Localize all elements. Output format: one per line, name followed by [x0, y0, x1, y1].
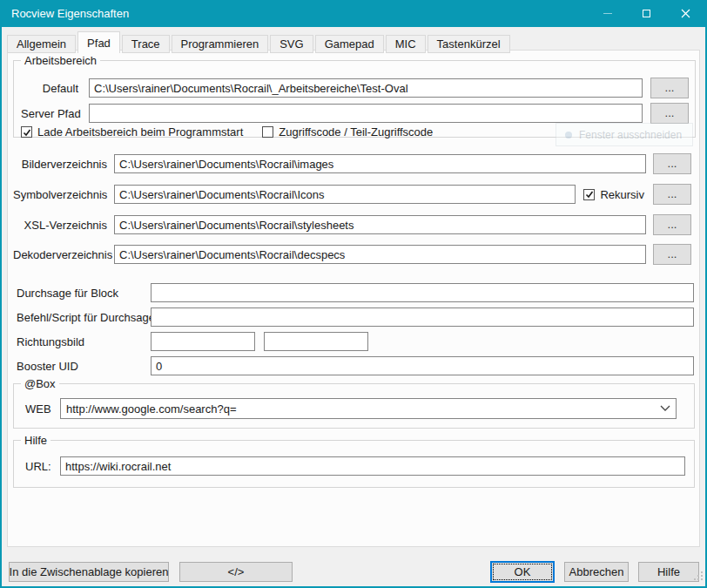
default-workspace-field[interactable]	[89, 78, 643, 98]
tab-svg[interactable]: SVG	[270, 35, 313, 53]
decoder-dir-label: Dekoderverzeichnis	[13, 248, 107, 261]
tab-label: Gamepad	[325, 37, 374, 51]
tab-label: Pfad	[87, 37, 111, 50]
load-workspace-label: Lade Arbeitsbereich beim Programmstart	[37, 125, 243, 139]
images-dir-field[interactable]	[114, 154, 646, 173]
tab-programmieren[interactable]: Programmieren	[172, 35, 269, 53]
tab-label: Trace	[131, 37, 160, 51]
browse-images-button[interactable]: ...	[653, 153, 691, 174]
tab-tastenkuerzel[interactable]: Tastenkürzel	[428, 35, 510, 53]
copy-to-clipboard-button[interactable]: In die Zwischenablage kopieren	[9, 562, 169, 582]
web-label: WEB	[25, 402, 51, 416]
tab-label: Allgemein	[17, 37, 66, 51]
rocview-properties-dialog: Rocview Eigenschaften Allgemein Pfad Tra…	[0, 0, 707, 588]
tab-label: SVG	[279, 37, 303, 51]
block-announce-label: Durchsage für Block	[17, 287, 144, 300]
symbols-dir-label: Symbolverzeichnis	[13, 188, 107, 201]
help-url-label: URL:	[25, 460, 51, 473]
tab-bar: Allgemein Pfad Trace Programmieren SVG G…	[7, 31, 700, 53]
close-icon	[681, 9, 690, 18]
help-url-field[interactable]	[60, 456, 685, 476]
atbox-group-title: @Box	[21, 377, 59, 390]
tab-allgemein[interactable]: Allgemein	[7, 35, 76, 53]
announce-script-label: Befehl/Script für Durchsage	[17, 311, 144, 324]
direction-image-field-2[interactable]	[264, 332, 368, 351]
help-button[interactable]: Hilfe	[638, 562, 699, 582]
resize-grip[interactable]	[694, 568, 703, 584]
server-path-field[interactable]	[89, 104, 643, 123]
browse-decoder-button[interactable]: ...	[653, 244, 691, 265]
code-button[interactable]: </>	[179, 562, 293, 582]
titlebar[interactable]: Rocview Eigenschaften	[2, 0, 705, 27]
minimize-button[interactable]	[588, 0, 627, 27]
xsl-dir-label: XSL-Verzeichnis	[13, 219, 107, 232]
xsl-dir-field[interactable]	[114, 215, 646, 234]
tab-label: Tastenkürzel	[437, 37, 501, 51]
direction-image-label: Richtungsbild	[17, 335, 144, 348]
booster-uid-field[interactable]	[151, 356, 694, 375]
block-announce-field[interactable]	[151, 283, 694, 302]
direction-image-field-1[interactable]	[151, 332, 255, 351]
browse-symbols-button[interactable]: ...	[653, 184, 691, 205]
images-dir-label: Bilderverzeichnis	[13, 158, 107, 171]
server-path-label: Server Pfad	[21, 107, 78, 120]
browse-xsl-button[interactable]: ...	[653, 214, 691, 235]
cancel-button[interactable]: Abbrechen	[564, 562, 629, 582]
load-workspace-checkbox[interactable]	[21, 126, 32, 138]
snip-window-icon	[565, 132, 572, 139]
resize-grip-icon	[694, 571, 703, 580]
window-controls	[588, 0, 705, 27]
recursive-label: Rekursiv	[600, 188, 644, 201]
chevron-down-icon	[660, 405, 670, 412]
workspace-group-title: Arbeitsbereich	[21, 54, 100, 67]
tab-label: Programmieren	[181, 37, 259, 51]
default-label: Default	[21, 82, 78, 95]
checkmark-icon	[585, 190, 594, 199]
access-code-label: Zugriffscode / Teil-Zugriffscode	[279, 125, 433, 139]
tab-gamepad[interactable]: Gamepad	[315, 35, 384, 53]
maximize-icon	[643, 10, 650, 17]
web-combobox-value: http://www.google.com/search?q=	[66, 402, 660, 416]
symbols-dir-field[interactable]	[114, 185, 576, 204]
access-code-checkbox[interactable]	[262, 126, 273, 138]
decoder-dir-field[interactable]	[114, 245, 646, 264]
window-title: Rocview Eigenschaften	[2, 7, 588, 20]
atbox-group: @Box WEB http://www.google.com/search?q=	[13, 383, 695, 429]
maximize-button[interactable]	[627, 0, 666, 27]
tab-mic[interactable]: MIC	[386, 35, 426, 53]
tab-pfad[interactable]: Pfad	[77, 31, 120, 53]
recursive-checkbox[interactable]	[583, 189, 595, 200]
checkmark-icon	[23, 128, 31, 137]
announce-script-field[interactable]	[151, 308, 694, 327]
snip-tooltip-text: Fenster ausschneiden	[579, 129, 682, 141]
tab-label: MIC	[395, 37, 416, 51]
booster-uid-label: Booster UID	[17, 360, 144, 373]
ok-button[interactable]: OK	[490, 561, 555, 583]
minimize-icon	[603, 13, 612, 14]
web-combobox[interactable]: http://www.google.com/search?q=	[60, 398, 677, 419]
browse-default-button[interactable]: ...	[650, 78, 689, 98]
close-button[interactable]	[666, 0, 705, 27]
help-group-title: Hilfe	[21, 434, 50, 447]
snip-tooltip-overlay: Fenster ausschneiden	[556, 123, 693, 146]
tab-trace[interactable]: Trace	[122, 35, 170, 53]
browse-server-button[interactable]: ...	[650, 103, 689, 124]
help-group: Hilfe URL:	[13, 440, 695, 488]
